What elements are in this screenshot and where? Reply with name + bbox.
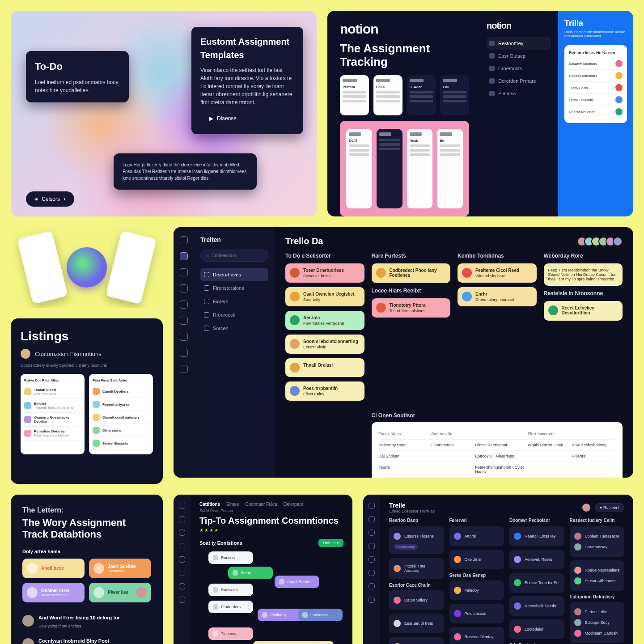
rail-icon[interactable] bbox=[180, 349, 188, 357]
assign-card[interactable]: Sooniv lebclutcionnertingExtorst olytie bbox=[285, 335, 364, 354]
list-item[interactable]: Teasth LloertBetrlheraleols bbox=[24, 385, 81, 399]
rail-icon[interactable] bbox=[179, 543, 185, 549]
tracker-card[interactable]: Ose Jmsr bbox=[449, 550, 504, 569]
kanban-card[interactable]: Reeet Eelnclicy Desctlorttlien bbox=[544, 301, 623, 321]
rail-icon[interactable] bbox=[179, 583, 185, 589]
category-tile[interactable]: Anoii beoe bbox=[22, 559, 85, 578]
nav-item[interactable]: Drseo-Foves bbox=[200, 268, 268, 281]
list-item[interactable]: Remutine DoraresPieel trep rese btstowd bbox=[24, 427, 81, 441]
tab[interactable]: Cattitions bbox=[199, 502, 220, 507]
tracker-card[interactable]: Daton Sdiory bbox=[389, 590, 444, 610]
kanban-card[interactable]: EnrhrDreed tblary nearsoot bbox=[458, 287, 537, 306]
rail-icon[interactable] bbox=[180, 301, 188, 309]
flow-node[interactable]: Bathy bbox=[228, 567, 273, 579]
rail-icon[interactable] bbox=[179, 556, 185, 563]
tab[interactable]: Oelerpapt bbox=[284, 502, 303, 507]
assign-card[interactable]: Poes-trrpbantlinEllact Enlny bbox=[285, 381, 364, 401]
rail-icon[interactable] bbox=[369, 556, 375, 563]
tab[interactable]: Elmee bbox=[226, 502, 239, 507]
flow-node[interactable]: Rocoon bbox=[208, 551, 253, 564]
rail-icon[interactable] bbox=[179, 503, 185, 509]
rail-icon[interactable] bbox=[179, 570, 185, 576]
assignment-more-button[interactable]: ▶ Diaense bbox=[200, 111, 246, 126]
peek-row[interactable]: Easartw Staanars bbox=[569, 58, 623, 70]
list-item[interactable]: Seorel Basocte bbox=[93, 437, 149, 450]
kanban-card[interactable]: Feaiteme Cicol ReedWieand sky hare bbox=[458, 263, 537, 283]
kanban-card[interactable]: Tlonototry PttoraTesort Vorsanlstions bbox=[372, 298, 451, 318]
tracker-card[interactable]: Reesobelk Seethn bbox=[509, 596, 564, 616]
tracker-card[interactable]: Lootedeiof bbox=[509, 619, 564, 639]
kanban-card[interactable]: Csait Ownelun UegisbetSaer tolty bbox=[285, 287, 364, 306]
avatar-stack[interactable] bbox=[577, 237, 623, 246]
category-tile[interactable]: Joart ScebeaSustuarisly bbox=[89, 559, 151, 578]
sidebar-item[interactable]: Croetnosts bbox=[487, 62, 551, 75]
tracker-card[interactable]: Roneun Olentay bbox=[449, 627, 504, 644]
rail-icon[interactable] bbox=[369, 570, 375, 576]
tracker-card[interactable]: Intodel Tnte Aaaaory bbox=[389, 558, 444, 579]
tracker-card[interactable]: Pelotsecose bbox=[449, 604, 504, 623]
flow-node[interactable]: Frodorriors bbox=[208, 601, 253, 613]
flow-node[interactable]: Platleecy bbox=[258, 609, 302, 621]
search-input-wrapper[interactable]: ⌕ bbox=[200, 250, 268, 262]
rail-icon[interactable] bbox=[369, 597, 375, 603]
category-tile[interactable]: Onsloer IlrrarIneaet desstonitd bbox=[22, 583, 85, 602]
assign-card[interactable]: Thnali Orelasr bbox=[285, 358, 364, 377]
flow-node[interactable]: Lansasne bbox=[298, 609, 343, 621]
flow-node[interactable]: Roowues bbox=[208, 584, 253, 596]
nav-item[interactable]: Fiorers bbox=[200, 295, 268, 308]
new-button[interactable]: ● Rooieent bbox=[595, 503, 624, 512]
avatar[interactable] bbox=[581, 503, 591, 513]
kanban-card[interactable]: Toeer DrnetuorieesSowors l. brtics bbox=[285, 263, 364, 283]
search-input[interactable] bbox=[212, 253, 268, 258]
tracker-card[interactable]: Spountllng bbox=[389, 637, 444, 644]
flow-node[interactable]: Bote Enteorletn bbox=[253, 641, 334, 644]
rail-icon[interactable] bbox=[369, 530, 375, 536]
list-item[interactable]: Olnerstons bbox=[93, 424, 149, 437]
list-item[interactable]: ElliotetTheanlh thed. Oidle drfar bbox=[24, 399, 81, 413]
kanban-card[interactable]: Feep Tiers Iesotbrothon the Bnow Seasd N… bbox=[544, 263, 623, 286]
rail-icon[interactable] bbox=[369, 516, 375, 522]
rail-icon[interactable] bbox=[179, 516, 185, 522]
tracker-card[interactable]: Feledoy bbox=[449, 580, 504, 600]
sidebar-item[interactable]: Pletatss bbox=[487, 87, 551, 100]
nav-item[interactable]: Rroorecsk bbox=[200, 308, 268, 322]
hero-cta-button[interactable]: ● Celsors › bbox=[26, 191, 74, 207]
kanban-card[interactable]: Aer-lolaFow Totales Aerraosnn bbox=[285, 311, 364, 330]
kanban-card[interactable]: Codbredect Phoo lany Foetienes bbox=[372, 263, 451, 283]
list-item[interactable]: Oiseall cowil aadsterr bbox=[93, 411, 149, 424]
rail-icon[interactable] bbox=[179, 530, 185, 536]
rail-icon[interactable] bbox=[369, 503, 375, 509]
peek-row[interactable]: Ropestl odrtohare bbox=[569, 70, 623, 82]
avatar[interactable] bbox=[613, 237, 623, 246]
tipto-action-button[interactable]: Dntelle ▾ bbox=[318, 539, 343, 547]
flow-node[interactable]: Tioomny bbox=[208, 627, 253, 640]
peek-row[interactable]: Toesy Feals bbox=[569, 82, 623, 94]
rail-icon[interactable] bbox=[180, 317, 188, 325]
rail-icon[interactable] bbox=[180, 284, 188, 292]
rail-icon[interactable] bbox=[369, 583, 375, 589]
rail-icon[interactable] bbox=[180, 236, 188, 244]
category-tile[interactable]: Plwer Iies bbox=[89, 583, 151, 602]
tracker-card[interactable]: Eneste Toun Isr Ee bbox=[509, 573, 564, 593]
rail-icon[interactable] bbox=[179, 597, 185, 603]
tracker-card[interactable]: Roeue NeoreteltersEtusar Adbnotors bbox=[570, 560, 625, 591]
nav-item[interactable]: Firenstoraions bbox=[200, 281, 268, 295]
flow-canvas[interactable]: RocoonBathyAnpul-SeatesRoowuesFrodorrior… bbox=[199, 551, 343, 644]
nav-item[interactable]: Sorcen bbox=[200, 322, 268, 335]
tracker-card[interactable]: Attorsl bbox=[449, 526, 504, 546]
rail-icon[interactable] bbox=[369, 543, 375, 549]
sidebar-item[interactable]: Easr Outsep bbox=[487, 50, 551, 62]
flow-node[interactable]: Anpul-Seates bbox=[275, 576, 319, 588]
sidebar-item[interactable]: Restontfrey bbox=[487, 37, 551, 50]
peek-row[interactable]: Reenilt Netlance bbox=[569, 106, 623, 118]
rail-icon[interactable] bbox=[180, 365, 188, 373]
list-item[interactable]: Oneeuru Noswdacks Deorhan bbox=[24, 413, 81, 427]
rail-icon[interactable] bbox=[180, 252, 188, 260]
tracker-card[interactable]: Raanoll Elnss tey bbox=[509, 526, 564, 546]
peek-row[interactable]: Hpinu Dloklimrr bbox=[569, 94, 623, 106]
tracker-card[interactable]: Aennvel. Rders bbox=[509, 550, 564, 569]
tracker-card[interactable]: Eooledt TuotasacreCoratnossay bbox=[570, 526, 625, 557]
tracker-card[interactable]: Eesruert of trets bbox=[389, 614, 444, 633]
list-item[interactable]: Caeoll Deotiors bbox=[93, 385, 149, 398]
tracker-card[interactable]: Essurss TlosansFobeeliony bbox=[389, 526, 444, 554]
